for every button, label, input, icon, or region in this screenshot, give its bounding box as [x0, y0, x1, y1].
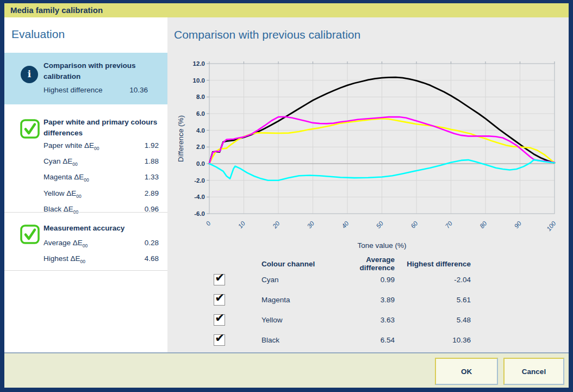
x-tick-label: 20 — [271, 220, 281, 230]
metric-value: 1.88 — [145, 155, 159, 171]
x-tick-label: 0 — [204, 220, 212, 227]
metric-value: 10.36 — [129, 84, 148, 97]
y-tick-label: 0.0 — [196, 160, 205, 167]
highest-difference-value: 10.36 — [395, 336, 471, 344]
table-header: Colour channel Average difference Highes… — [213, 256, 471, 270]
sidebar-item-title: Comparison with previous calibration — [43, 60, 163, 82]
metric-value: 2.89 — [145, 187, 159, 203]
sidebar-item-title: Measurement accuracy — [43, 223, 163, 234]
average-difference-value: 3.89 — [335, 296, 395, 304]
x-tick-label: 100 — [545, 220, 557, 232]
sidebar-item-paper-white-primaries[interactable]: Paper white and primary colours differen… — [4, 111, 167, 212]
table-row: ✔ Black 6.54 10.36 — [213, 330, 471, 350]
evaluation-sidebar: Evaluation i Comparison with previous ca… — [4, 17, 167, 352]
y-tick-label: 12.0 — [193, 60, 205, 67]
button-bar: OK Cancel — [4, 352, 569, 388]
check-pass-icon — [20, 224, 40, 245]
checkbox-black[interactable]: ✔ — [214, 334, 225, 346]
table-row: ✔ Cyan 0.99 -2.04 — [213, 270, 471, 290]
x-tick-label: 40 — [340, 220, 350, 229]
checkbox-magenta[interactable]: ✔ — [214, 294, 225, 306]
col-highest-difference: Highest difference — [395, 260, 471, 268]
sidebar-metric: Average ΔE000.28 — [43, 237, 159, 252]
sidebar-metric: Paper white ΔE001.92 — [43, 139, 159, 155]
highest-difference-value: -2.04 — [395, 276, 471, 284]
metric-value: 1.92 — [145, 139, 159, 155]
channel-name: Cyan — [261, 276, 335, 284]
highest-difference-value: 5.48 — [395, 316, 471, 324]
y-tick-label: 8.0 — [196, 94, 205, 100]
sidebar-item-comparison[interactable]: i Comparison with previous calibration H… — [4, 53, 167, 104]
metric-value: 1.33 — [145, 171, 159, 186]
sidebar-metric: Magenta ΔE001.33 — [43, 171, 159, 186]
check-pass-icon — [20, 119, 40, 139]
sidebar-metric: Cyan ΔE001.88 — [43, 155, 159, 171]
average-difference-value: 3.63 — [335, 316, 395, 324]
cancel-button[interactable]: Cancel — [503, 358, 564, 385]
sidebar-metric: Black ΔE000.96 — [43, 203, 159, 219]
main-panel: Comparison with previous calibration -6.… — [167, 17, 569, 352]
col-colour-channel: Colour channel — [261, 260, 335, 268]
x-tick-label: 10 — [237, 220, 247, 229]
y-tick-label: -2.0 — [194, 177, 205, 184]
metric-value: 0.96 — [145, 203, 159, 219]
average-difference-value: 6.54 — [335, 336, 395, 344]
highest-difference-value: 5.61 — [395, 296, 471, 304]
y-tick-label: -4.0 — [194, 194, 205, 200]
checkbox-yellow[interactable]: ✔ — [214, 314, 225, 326]
sidebar-metric: Yellow ΔE002.89 — [43, 187, 159, 203]
y-tick-label: -6.0 — [194, 210, 205, 217]
sidebar-heading: Evaluation — [11, 28, 65, 41]
y-tick-label: 4.0 — [196, 127, 205, 134]
metric-value: 0.28 — [145, 237, 159, 252]
info-icon: i — [21, 66, 38, 83]
y-axis-title: Difference (%) — [177, 115, 185, 162]
table-row: ✔ Yellow 3.63 5.48 — [213, 310, 471, 330]
ok-button[interactable]: OK — [435, 358, 498, 385]
x-tick-label: 50 — [375, 220, 385, 229]
title-bar: Media family calibration — [4, 3, 569, 17]
media-family-calibration-dialog: Media family calibration Evaluation i Co… — [0, 0, 573, 392]
sidebar-divider — [4, 212, 167, 213]
channel-name: Black — [261, 336, 335, 344]
x-tick-label: 60 — [409, 220, 419, 229]
x-tick-label: 90 — [513, 220, 523, 229]
x-tick-label: 70 — [444, 220, 454, 229]
channel-name: Yellow — [261, 316, 335, 324]
sidebar-divider — [4, 270, 167, 271]
channel-table: Colour channel Average difference Highes… — [213, 256, 471, 350]
dialog-body: Evaluation i Comparison with previous ca… — [4, 17, 569, 352]
x-tick-label: 30 — [306, 220, 316, 229]
y-tick-label: 6.0 — [196, 110, 205, 117]
page-title: Comparison with previous calibration — [174, 28, 360, 41]
col-average-difference: Average difference — [335, 256, 395, 272]
sidebar-item-title: Paper white and primary colours differen… — [43, 117, 163, 139]
difference-line-chart: -6.0-4.0-2.00.02.04.06.08.010.012.001020… — [174, 58, 560, 238]
y-tick-label: 10.0 — [193, 77, 205, 84]
x-axis-title: Tone value (%) — [209, 241, 555, 250]
channel-name: Magenta — [261, 296, 335, 304]
sidebar-metric: Highest difference 10.36 — [43, 84, 148, 97]
x-tick-label: 80 — [478, 220, 488, 229]
sidebar-item-measurement-accuracy[interactable]: Measurement accuracy Average ΔE000.28 Hi… — [4, 217, 167, 270]
checkbox-cyan[interactable]: ✔ — [214, 274, 225, 285]
table-row: ✔ Magenta 3.89 5.61 — [213, 290, 471, 310]
window-title: Media family calibration — [10, 5, 103, 15]
metric-value: 4.68 — [145, 252, 159, 268]
sidebar-metric: Highest ΔE004.68 — [43, 252, 159, 268]
y-tick-label: 2.0 — [196, 144, 205, 150]
average-difference-value: 0.99 — [335, 276, 395, 284]
